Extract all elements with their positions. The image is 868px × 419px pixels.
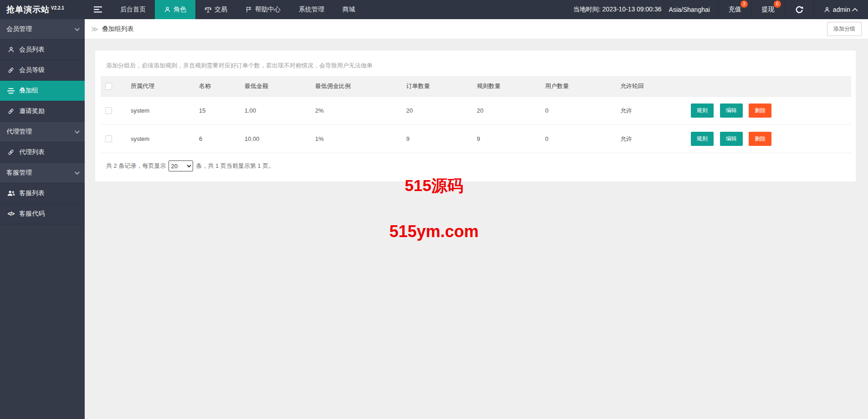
cell-rules: 9: [472, 125, 541, 153]
table-row: system 6 10.00 1% 9 9 0 允许 规则 编辑 删除: [101, 125, 851, 153]
tab-help-center[interactable]: 帮助中心: [236, 0, 290, 19]
sidebar-item-support-list[interactable]: 客服列表: [0, 183, 85, 204]
cell-loop: 允许: [616, 125, 686, 153]
collapse-menu-button[interactable]: [85, 0, 111, 19]
col-orders: 订单数量: [402, 76, 472, 97]
sidebar: 会员管理 会员列表 会员等级 叠加组 邀请奖励 代理管理 代理列表 客服管理 客…: [0, 19, 85, 419]
hint-text: 添加分组后，必须添加规则，并且规则需要对应好订单个数，若出现不对称情况，会导致用…: [95, 62, 856, 70]
sidebar-item-stack-group[interactable]: 叠加组: [0, 81, 85, 101]
col-rules: 规则数量: [472, 76, 541, 97]
col-loop: 允许轮回: [616, 76, 686, 97]
withdraw-button[interactable]: 提现 0: [751, 0, 785, 19]
table-header-row: 所属代理 名称 最低金额 最低佣金比例 订单数量 规则数量 用户数量 允许轮回: [101, 76, 851, 97]
pagination: 共 2 条记录，每页显示 20 条，共 1 页当前显示第 1 页。: [106, 160, 845, 171]
app-title: 抢单演示站: [6, 4, 50, 15]
cell-agent: system: [126, 97, 194, 125]
recharge-badge: 3: [740, 0, 748, 8]
sidebar-item-member-list[interactable]: 会员列表: [0, 40, 85, 60]
edit-button[interactable]: 编辑: [720, 103, 743, 118]
code-icon: </>: [6, 211, 15, 217]
col-min-amount: 最低金额: [240, 76, 311, 97]
link-icon: [6, 67, 15, 74]
scales-icon: [204, 6, 212, 13]
page-size-select[interactable]: 20: [168, 160, 193, 171]
local-time: 当地时间: 2023-10-13 09:00:36 Asia/Shanghai: [565, 0, 718, 19]
row-checkbox[interactable]: [105, 107, 112, 114]
link-icon: [6, 108, 15, 115]
col-name: 名称: [194, 76, 240, 97]
watermark-line2: 515ym.com: [0, 222, 868, 241]
cell-min-commission: 1%: [311, 125, 402, 153]
refresh-icon: [795, 5, 803, 14]
table-row: system 15 1.00 2% 20 20 0 允许 规则 编辑 删除: [101, 97, 851, 125]
person-icon: [6, 46, 15, 53]
flag-icon: [245, 6, 252, 13]
cell-name: 6: [194, 125, 240, 153]
refresh-button[interactable]: [785, 0, 813, 19]
pagination-prefix: 共 2 条记录，每页显示: [106, 162, 166, 170]
chevron-down-icon: [75, 170, 80, 175]
sidebar-item-support-code[interactable]: </> 客服代码: [0, 204, 85, 224]
col-actions: [686, 76, 851, 97]
nav-tabs: 后台首页 角色 交易 帮助中心 系统管理 商城: [85, 0, 364, 19]
cell-min-commission: 2%: [311, 97, 402, 125]
cell-users: 0: [541, 125, 616, 153]
cell-min-amount: 1.00: [240, 97, 311, 125]
edit-button[interactable]: 编辑: [720, 132, 743, 146]
row-checkbox[interactable]: [105, 135, 112, 142]
layers-icon: [6, 88, 15, 94]
pagination-suffix: 条，共 1 页当前显示第 1 页。: [196, 162, 274, 170]
sidebar-item-member-level[interactable]: 会员等级: [0, 60, 85, 81]
sidebar-group-members[interactable]: 会员管理: [0, 19, 85, 40]
recharge-button[interactable]: 充值 3: [718, 0, 751, 19]
delete-button[interactable]: 删除: [749, 132, 771, 146]
rule-button[interactable]: 规则: [691, 132, 714, 146]
breadcrumb-icon: ≫: [91, 25, 98, 33]
breadcrumb-bar: ≫ 叠加组列表 添加分组: [85, 19, 868, 39]
cell-rules: 20: [472, 97, 541, 125]
tab-trade[interactable]: 交易: [195, 0, 236, 19]
person-icon: [824, 6, 830, 13]
link-icon: [6, 149, 15, 156]
col-agent: 所属代理: [126, 76, 194, 97]
cell-users: 0: [541, 97, 616, 125]
page-title: 叠加组列表: [102, 25, 134, 33]
app-logo: 抢单演示站 V2.2.1: [0, 0, 85, 19]
add-group-button[interactable]: 添加分组: [827, 22, 862, 36]
tab-roles[interactable]: 角色: [155, 0, 195, 19]
cell-name: 15: [194, 97, 240, 125]
cell-orders: 20: [402, 97, 472, 125]
delete-button[interactable]: 删除: [749, 103, 771, 118]
sidebar-group-support[interactable]: 客服管理: [0, 163, 85, 183]
col-users: 用户数量: [541, 76, 616, 97]
group-table: 所属代理 名称 最低金额 最低佣金比例 订单数量 规则数量 用户数量 允许轮回 …: [101, 76, 851, 153]
top-navbar: 抢单演示站 V2.2.1 后台首页 角色 交易 帮助中心 系统管理 商城 当地时…: [0, 0, 868, 19]
tab-dashboard[interactable]: 后台首页: [111, 0, 155, 19]
app-version: V2.2.1: [51, 5, 64, 10]
sidebar-item-agent-list[interactable]: 代理列表: [0, 142, 85, 163]
cell-min-amount: 10.00: [240, 125, 311, 153]
username: admin: [833, 6, 850, 13]
user-menu[interactable]: admin: [813, 0, 868, 19]
group-list-card: 添加分组后，必须添加规则，并且规则需要对应好订单个数，若出现不对称情况，会导致用…: [95, 50, 856, 182]
chevron-up-icon: [852, 8, 858, 14]
hamburger-icon: [94, 6, 102, 13]
tab-mall[interactable]: 商城: [333, 0, 364, 19]
cell-agent: system: [126, 125, 194, 153]
withdraw-badge: 0: [774, 0, 781, 8]
col-min-commission: 最低佣金比例: [311, 76, 402, 97]
tab-system[interactable]: 系统管理: [290, 0, 333, 19]
nav-right: 当地时间: 2023-10-13 09:00:36 Asia/Shanghai …: [565, 0, 868, 19]
timezone-text: Asia/Shanghai: [669, 6, 710, 13]
local-time-text: 当地时间: 2023-10-13 09:00:36: [573, 5, 662, 14]
select-all-checkbox[interactable]: [105, 83, 112, 90]
chevron-down-icon: [75, 26, 80, 31]
sidebar-group-agents[interactable]: 代理管理: [0, 122, 85, 142]
cell-orders: 9: [402, 125, 472, 153]
people-icon: [6, 190, 15, 197]
chevron-down-icon: [75, 129, 80, 134]
person-icon: [164, 6, 171, 13]
sidebar-item-invite-reward[interactable]: 邀请奖励: [0, 101, 85, 122]
rule-button[interactable]: 规则: [691, 103, 714, 118]
cell-loop: 允许: [616, 97, 686, 125]
